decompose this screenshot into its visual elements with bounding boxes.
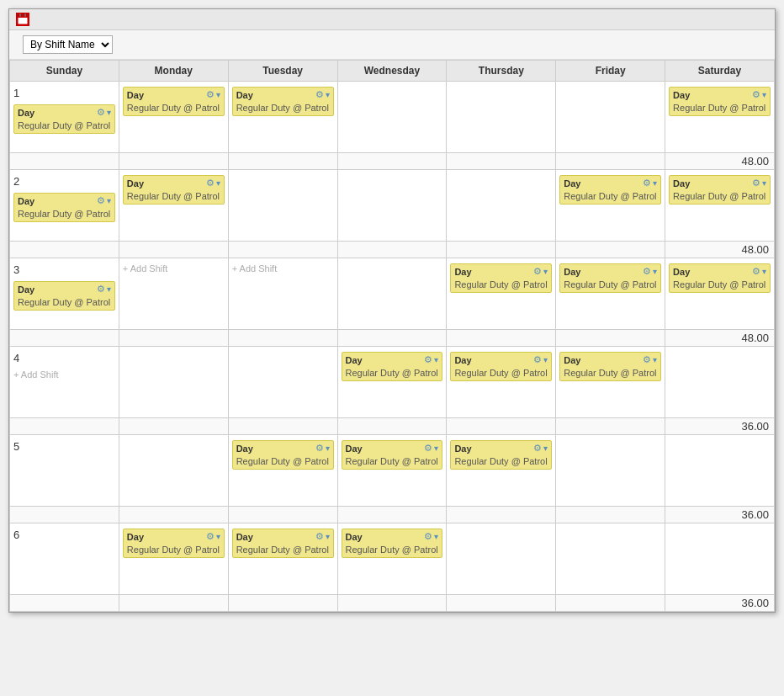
shift-controls[interactable]: ⚙▾ <box>643 178 657 189</box>
dropdown-icon[interactable]: ▾ <box>434 532 438 541</box>
shift-card[interactable]: Day⚙▾Regular Duty @ Patrol <box>342 440 443 470</box>
gear-icon[interactable]: ⚙ <box>424 354 432 365</box>
gear-icon[interactable]: ⚙ <box>97 284 105 295</box>
add-shift-button[interactable]: + Add Shift <box>123 262 225 275</box>
gear-icon[interactable]: ⚙ <box>315 443 324 454</box>
shift-card[interactable]: Day⚙▾Regular Duty @ Patrol <box>559 352 661 381</box>
shift-card[interactable]: Day⚙▾Regular Duty @ Patrol <box>450 440 552 470</box>
shift-name: Day <box>346 355 363 365</box>
dropdown-icon[interactable]: ▾ <box>326 90 330 99</box>
shift-card[interactable]: Day⚙▾Regular Duty @ Patrol <box>232 440 334 470</box>
dropdown-icon[interactable]: ▾ <box>434 355 438 364</box>
dropdown-icon[interactable]: ▾ <box>653 355 657 364</box>
gear-icon[interactable]: ⚙ <box>315 89 324 100</box>
gear-icon[interactable]: ⚙ <box>752 266 760 277</box>
shift-controls[interactable]: ⚙▾ <box>643 354 657 365</box>
dropdown-icon[interactable]: ▾ <box>653 267 657 276</box>
dropdown-icon[interactable]: ▾ <box>543 444 548 453</box>
shift-card[interactable]: Day⚙▾Regular Duty @ Patrol <box>123 529 225 558</box>
shift-card[interactable]: Day⚙▾Regular Duty @ Patrol <box>123 175 225 205</box>
shift-card[interactable]: Day⚙▾Regular Duty @ Patrol <box>342 529 443 558</box>
gear-icon[interactable]: ⚙ <box>424 443 432 454</box>
dropdown-icon[interactable]: ▾ <box>216 532 220 541</box>
shift-controls[interactable]: ⚙▾ <box>97 195 111 206</box>
gear-icon[interactable]: ⚙ <box>643 266 651 277</box>
gear-icon[interactable]: ⚙ <box>315 531 324 542</box>
shift-card[interactable]: Day⚙▾Regular Duty @ Patrol <box>669 263 771 293</box>
shift-card[interactable]: Day⚙▾Regular Duty @ Patrol <box>232 87 334 116</box>
dropdown-icon[interactable]: ▾ <box>434 444 438 453</box>
shift-card[interactable]: Day⚙▾Regular Duty @ Patrol <box>232 529 334 558</box>
dropdown-icon[interactable]: ▾ <box>107 284 111 294</box>
gear-icon[interactable]: ⚙ <box>752 178 760 189</box>
dropdown-icon[interactable]: ▾ <box>216 90 220 99</box>
gear-icon[interactable]: ⚙ <box>533 266 542 277</box>
shift-controls[interactable]: ⚙▾ <box>424 443 438 454</box>
shift-controls[interactable]: ⚙▾ <box>752 178 766 189</box>
dropdown-icon[interactable]: ▾ <box>107 196 111 205</box>
shift-card[interactable]: Day⚙▾Regular Duty @ Patrol <box>559 175 661 205</box>
gear-icon[interactable]: ⚙ <box>643 178 651 189</box>
shift-description: Regular Duty @ Patrol <box>236 455 330 467</box>
cell-week6-day4 <box>447 523 556 595</box>
gear-icon[interactable]: ⚙ <box>752 89 760 100</box>
shift-controls[interactable]: ⚙▾ <box>206 89 220 100</box>
color-coding-select[interactable]: By Shift Name <box>23 35 113 54</box>
shift-controls[interactable]: ⚙▾ <box>315 89 330 100</box>
shift-controls[interactable]: ⚙▾ <box>97 107 111 118</box>
shift-description: Regular Duty @ Patrol <box>454 455 548 467</box>
shift-card[interactable]: Day⚙▾Regular Duty @ Patrol <box>123 87 225 116</box>
shift-controls[interactable]: ⚙▾ <box>315 531 330 542</box>
shift-controls[interactable]: ⚙▾ <box>97 284 111 295</box>
gear-icon[interactable]: ⚙ <box>206 89 215 100</box>
gear-icon[interactable]: ⚙ <box>643 354 651 365</box>
gear-icon[interactable]: ⚙ <box>533 443 542 454</box>
shift-card[interactable]: Day⚙▾Regular Duty @ Patrol <box>559 263 661 293</box>
shift-card[interactable]: Day⚙▾Regular Duty @ Patrol <box>13 104 115 134</box>
gear-icon[interactable]: ⚙ <box>97 107 105 118</box>
cell-week1-day6: Day⚙▾Regular Duty @ Patrol <box>665 82 775 153</box>
shift-controls[interactable]: ⚙▾ <box>533 266 548 277</box>
gear-icon[interactable]: ⚙ <box>206 178 215 189</box>
gear-icon[interactable]: ⚙ <box>533 354 542 365</box>
shift-controls[interactable]: ⚙▾ <box>752 266 766 277</box>
dropdown-icon[interactable]: ▾ <box>543 355 548 364</box>
dropdown-icon[interactable]: ▾ <box>653 178 657 188</box>
dropdown-icon[interactable]: ▾ <box>326 444 330 453</box>
dropdown-icon[interactable]: ▾ <box>107 108 111 117</box>
total-row-2: 48.00 <box>10 242 775 258</box>
total-empty-2 <box>228 418 337 435</box>
shift-controls[interactable]: ⚙▾ <box>315 443 330 454</box>
shift-card[interactable]: Day⚙▾Regular Duty @ Patrol <box>669 175 771 205</box>
week-number-2: 2 <box>13 173 115 191</box>
dropdown-icon[interactable]: ▾ <box>762 90 766 99</box>
total-empty-1 <box>119 242 228 258</box>
shift-card[interactable]: Day⚙▾Regular Duty @ Patrol <box>13 281 115 311</box>
shift-card[interactable]: Day⚙▾Regular Duty @ Patrol <box>450 352 552 381</box>
shift-controls[interactable]: ⚙▾ <box>752 89 766 100</box>
week-number-6: 6 <box>13 527 115 545</box>
cell-week4-day2 <box>228 347 337 418</box>
add-shift-button[interactable]: + Add Shift <box>232 262 334 275</box>
add-shift-button[interactable]: + Add Shift <box>13 368 115 381</box>
dropdown-icon[interactable]: ▾ <box>762 178 766 188</box>
cell-week6-day6 <box>665 523 775 595</box>
gear-icon[interactable]: ⚙ <box>97 195 105 206</box>
shift-card[interactable]: Day⚙▾Regular Duty @ Patrol <box>13 193 115 222</box>
shift-controls[interactable]: ⚙▾ <box>533 443 548 454</box>
shift-card[interactable]: Day⚙▾Regular Duty @ Patrol <box>450 263 552 293</box>
shift-controls[interactable]: ⚙▾ <box>424 531 438 542</box>
shift-controls[interactable]: ⚙▾ <box>206 531 220 542</box>
shift-controls[interactable]: ⚙▾ <box>533 354 548 365</box>
shift-controls[interactable]: ⚙▾ <box>643 266 657 277</box>
gear-icon[interactable]: ⚙ <box>424 531 432 542</box>
dropdown-icon[interactable]: ▾ <box>326 532 330 541</box>
shift-controls[interactable]: ⚙▾ <box>424 354 438 365</box>
gear-icon[interactable]: ⚙ <box>206 531 215 542</box>
shift-controls[interactable]: ⚙▾ <box>206 178 220 189</box>
dropdown-icon[interactable]: ▾ <box>216 178 220 188</box>
shift-card[interactable]: Day⚙▾Regular Duty @ Patrol <box>669 87 771 116</box>
shift-card[interactable]: Day⚙▾Regular Duty @ Patrol <box>342 352 443 381</box>
dropdown-icon[interactable]: ▾ <box>543 267 548 276</box>
dropdown-icon[interactable]: ▾ <box>762 267 766 276</box>
